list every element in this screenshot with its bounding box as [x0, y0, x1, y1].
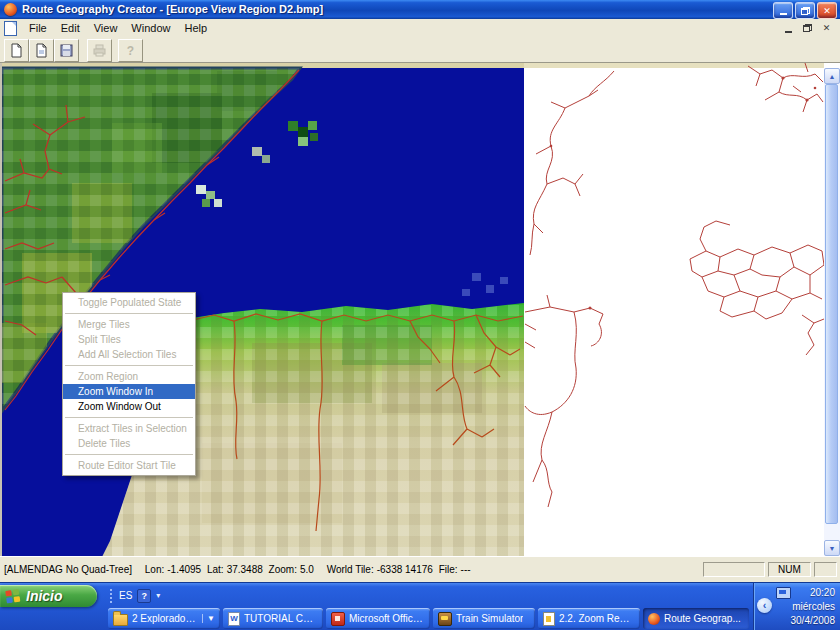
restore-icon [801, 7, 810, 15]
taskbar-button-train-simulator[interactable]: Train Simulator [433, 608, 535, 629]
menu-item-merge-tiles[interactable]: Merge Tiles [63, 317, 195, 332]
scroll-down-button[interactable]: ▼ [824, 540, 840, 556]
menu-separator [65, 365, 193, 366]
menu-help[interactable]: Help [177, 19, 214, 37]
new-document-button[interactable] [4, 39, 29, 62]
menu-bar: File Edit View Window Help ✕ [0, 19, 840, 37]
taskbar-buttons: 2 Explorador ... ▼ TUTORIAL CON... Micro… [108, 608, 749, 629]
chevron-down-icon: ▼ [829, 545, 836, 552]
taskbar-button-microsoft-office[interactable]: Microsoft Office... [326, 608, 430, 629]
lat-label: Lat: [207, 564, 224, 575]
scrollbar-thumb[interactable] [825, 84, 838, 524]
language-options-icon[interactable]: ▾ [156, 591, 160, 600]
word-document-icon [228, 612, 240, 626]
language-indicator[interactable]: ES [119, 590, 132, 601]
vertical-scrollbar[interactable]: ▲ ▼ [824, 68, 840, 556]
display-tray-icon[interactable] [776, 587, 791, 599]
new-document-icon [9, 43, 24, 58]
menu-separator [65, 417, 193, 418]
menu-window[interactable]: Window [124, 19, 177, 37]
toolbar: ? [0, 37, 840, 62]
train-simulator-icon [438, 612, 452, 626]
taskbar-button-explorador[interactable]: 2 Explorador ... ▼ [108, 608, 220, 629]
taskbar-button-tutorial[interactable]: TUTORIAL CON... [223, 608, 323, 629]
menu-item-zoom-region[interactable]: Zoom Region [63, 369, 195, 384]
chevron-up-icon: ▲ [829, 73, 836, 80]
menu-item-add-all-selection-tiles[interactable]: Add All Selection Tiles [63, 347, 195, 362]
open-document-button[interactable] [29, 39, 54, 62]
menu-file[interactable]: File [22, 19, 54, 37]
save-icon [59, 43, 74, 58]
status-panel-scrl [814, 562, 837, 577]
taskbar-button-route-geography[interactable]: Route Geograp... [643, 608, 749, 629]
menu-edit[interactable]: Edit [54, 19, 87, 37]
taskbar-button-zoom-region-doc[interactable]: 2.2. Zoom Regi... [538, 608, 640, 629]
minimize-icon [785, 31, 792, 33]
context-menu: Toggle Populated State Merge Tiles Split… [62, 292, 196, 476]
document-icon[interactable] [4, 21, 17, 36]
office-icon [331, 612, 345, 626]
status-bar: [ALMENDAG No Quad-Tree] Lon:-1.4095 Lat:… [0, 556, 840, 582]
menu-item-zoom-window-out[interactable]: Zoom Window Out [63, 399, 195, 414]
file-value: --- [461, 564, 471, 575]
child-restore-button[interactable] [800, 22, 815, 35]
world-tile-label: World Tile: [327, 564, 374, 575]
menu-item-extract-tiles-in-selection[interactable]: Extract Tiles in Selection [63, 421, 195, 436]
drag-handle[interactable] [110, 589, 112, 603]
taskbar: Inicio ES ▾ 2 Explorador ... ▼ TUTORIAL … [0, 582, 840, 630]
print-icon [92, 43, 107, 58]
clock-time: 20:20 [791, 586, 836, 600]
file-label: File: [439, 564, 458, 575]
restore-icon [803, 24, 812, 32]
zoom-label: Zoom: [269, 564, 297, 575]
status-panel-num: NUM [768, 562, 811, 577]
child-minimize-button[interactable] [781, 22, 796, 35]
route-geography-icon [648, 613, 660, 625]
start-label: Inicio [26, 588, 63, 604]
menu-item-zoom-window-in[interactable]: Zoom Window In [63, 384, 195, 399]
menu-separator [65, 313, 193, 314]
lon-value: -1.4095 [167, 564, 201, 575]
menu-item-toggle-populated-state[interactable]: Toggle Populated State [63, 295, 195, 310]
region-indicator: [ALMENDAG No Quad-Tree] [4, 564, 132, 575]
status-text: [ALMENDAG No Quad-Tree] Lon:-1.4095 Lat:… [4, 564, 474, 575]
close-icon: ✕ [823, 6, 831, 16]
language-bar[interactable]: ES ▾ [110, 587, 160, 604]
scroll-up-button[interactable]: ▲ [824, 68, 840, 84]
menu-separator [65, 454, 193, 455]
save-button[interactable] [54, 39, 79, 62]
open-document-icon [34, 43, 49, 58]
system-tray: ‹ 20:20 miércoles 30/4/2008 [753, 583, 840, 630]
start-button[interactable]: Inicio [0, 585, 97, 607]
zoom-value: 5.0 [300, 564, 314, 575]
lat-value: 37.3488 [227, 564, 263, 575]
route-geography-creator-window: Route Geography Creator - [Europe View R… [0, 0, 840, 630]
svg-text:?: ? [127, 44, 134, 58]
title-bar: Route Geography Creator - [Europe View R… [0, 0, 840, 19]
status-panel-caps [703, 562, 765, 577]
minimize-button[interactable] [773, 2, 793, 19]
menu-view[interactable]: View [87, 19, 125, 37]
tray-collapse-chevron[interactable]: ‹ [757, 598, 772, 613]
about-button[interactable]: ? [118, 39, 143, 62]
group-dropdown-icon[interactable]: ▼ [202, 614, 215, 623]
menu-item-route-editor-start-tile[interactable]: Route Editor Start Tile [63, 458, 195, 473]
folder-group-icon [113, 614, 128, 626]
question-icon: ? [123, 43, 138, 58]
document-icon [543, 612, 555, 626]
window-title: Route Geography Creator - [Europe View R… [22, 0, 323, 19]
clock-weekday: miércoles [791, 600, 836, 614]
restore-button[interactable] [795, 2, 815, 19]
app-icon [4, 3, 17, 16]
menu-item-split-tiles[interactable]: Split Tiles [63, 332, 195, 347]
clock-date: 30/4/2008 [791, 614, 836, 628]
minimize-icon [780, 13, 787, 15]
close-button[interactable]: ✕ [817, 2, 837, 19]
child-close-button[interactable]: ✕ [819, 22, 834, 35]
world-tile-value: -6338 14176 [377, 564, 433, 575]
windows-logo-icon [5, 589, 21, 604]
print-button[interactable] [87, 39, 112, 62]
menu-item-delete-tiles[interactable]: Delete Tiles [63, 436, 195, 451]
clock: 20:20 miércoles 30/4/2008 [791, 586, 836, 628]
language-help-icon[interactable] [137, 589, 151, 603]
